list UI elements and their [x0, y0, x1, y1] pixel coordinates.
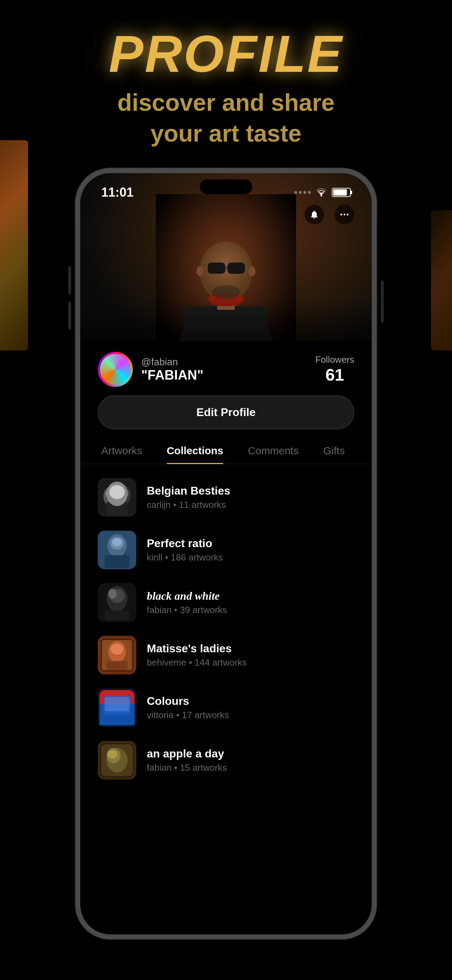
svg-point-0: [321, 195, 322, 197]
page-title: PROFILE: [0, 28, 452, 80]
collection-thumb-4: [98, 636, 136, 675]
list-item[interactable]: an apple a day fabian • 15 artworks: [80, 734, 372, 786]
collection-thumb-6: [98, 741, 136, 780]
collection-thumb-2: [98, 531, 136, 569]
tab-gifts[interactable]: Gifts: [312, 438, 355, 464]
collection-info-3: black and white fabian • 39 artworks: [147, 590, 227, 616]
bell-button[interactable]: [304, 205, 324, 224]
collection-meta-2: kirill • 186 artworks: [147, 552, 223, 563]
more-button[interactable]: [334, 205, 354, 224]
profile-display-name: "FABIAN": [141, 368, 203, 383]
hero-actions: [304, 205, 354, 224]
svg-rect-43: [105, 697, 129, 711]
svg-point-20: [105, 488, 117, 499]
collection-name-1: Belgian Besties: [147, 484, 230, 497]
list-item[interactable]: Matisse's ladies behiveme • 144 artworks: [80, 629, 372, 681]
volume-down-button: [68, 301, 71, 329]
list-item[interactable]: Perfect ratio kirill • 186 artworks: [80, 523, 372, 576]
svg-point-14: [248, 266, 255, 276]
phone-screen: 11:01: [80, 173, 372, 934]
collection-info-4: Matisse's ladies behiveme • 144 artworks: [147, 642, 247, 668]
battery-icon: [332, 188, 351, 197]
svg-point-32: [108, 589, 117, 599]
svg-point-22: [118, 488, 129, 498]
svg-point-17: [347, 214, 349, 216]
collection-meta-3: fabian • 39 artworks: [147, 605, 227, 616]
tab-artworks[interactable]: Artworks: [91, 438, 153, 464]
svg-rect-8: [224, 267, 228, 269]
avatar-inner: [100, 354, 131, 385]
svg-point-21: [115, 485, 131, 506]
avatar: [98, 352, 133, 387]
svg-point-16: [344, 214, 345, 216]
signal-icon: [294, 191, 311, 194]
svg-rect-6: [208, 262, 225, 274]
list-item[interactable]: Belgian Besties carlijn • 11 artworks: [80, 471, 372, 523]
svg-point-13: [197, 266, 204, 276]
svg-point-15: [341, 214, 342, 216]
phone-container: 11:01: [75, 168, 377, 939]
collection-info-2: Perfect ratio kirill • 186 artworks: [147, 537, 223, 563]
phone-frame: 11:01: [75, 168, 377, 939]
edit-profile-button[interactable]: Edit Profile: [98, 395, 354, 430]
collection-info-6: an apple a day fabian • 15 artworks: [147, 747, 227, 773]
collection-meta-6: fabian • 15 artworks: [147, 762, 227, 773]
tab-collections[interactable]: Collections: [156, 438, 234, 464]
svg-point-19: [103, 487, 119, 506]
dynamic-island: [200, 180, 252, 194]
collection-meta-1: carlijn • 11 artworks: [147, 500, 230, 510]
edit-profile-label: Edit Profile: [197, 406, 256, 418]
svg-rect-33: [105, 611, 129, 620]
status-time: 11:01: [101, 185, 134, 200]
side-art-right: [431, 210, 452, 350]
hero-image: [80, 173, 372, 369]
profile-name-area: @fabian "FABIAN": [141, 356, 203, 383]
collection-name-5: Colours: [147, 695, 229, 708]
svg-point-48: [108, 750, 118, 759]
collection-name-3: black and white: [147, 590, 227, 603]
list-item[interactable]: black and white fabian • 39 artworks: [80, 576, 372, 629]
profile-left: @fabian "FABIAN": [98, 352, 203, 387]
collection-info-1: Belgian Besties carlijn • 11 artworks: [147, 484, 230, 510]
svg-rect-28: [105, 555, 129, 568]
svg-rect-18: [98, 478, 136, 517]
top-section: PROFILE discover and shareyour art taste: [0, 28, 452, 149]
status-icons: [294, 188, 351, 197]
profile-info: @fabian "FABIAN" Followers 61: [80, 341, 372, 387]
page-subtitle: discover and shareyour art taste: [0, 87, 452, 149]
collection-thumb-1: [98, 478, 136, 517]
svg-point-12: [212, 285, 240, 299]
collection-name-2: Perfect ratio: [147, 537, 223, 550]
side-art-left: [0, 140, 28, 350]
svg-point-27: [112, 538, 122, 546]
collection-meta-5: vittoria • 17 artworks: [147, 710, 229, 721]
svg-rect-23: [107, 502, 127, 516]
svg-rect-7: [228, 262, 245, 274]
collection-info-5: Colours vittoria • 17 artworks: [147, 695, 229, 721]
wifi-icon: [315, 188, 328, 197]
svg-rect-38: [107, 661, 127, 670]
collection-thumb-3: [98, 583, 136, 622]
power-button: [381, 280, 384, 323]
tab-comments[interactable]: Comments: [237, 438, 309, 464]
collection-name-6: an apple a day: [147, 747, 227, 760]
collection-thumb-5: [98, 688, 136, 727]
followers-label: Followers: [315, 354, 354, 365]
list-item[interactable]: Colours vittoria • 17 artworks: [80, 681, 372, 734]
profile-handle: @fabian: [141, 356, 203, 368]
followers-count: 61: [315, 365, 354, 385]
profile-followers: Followers 61: [315, 354, 354, 385]
collection-meta-4: behiveme • 144 artworks: [147, 657, 247, 668]
collection-name-4: Matisse's ladies: [147, 642, 247, 655]
collections-list: Belgian Besties carlijn • 11 artworks: [80, 464, 372, 794]
volume-up-button: [68, 266, 71, 294]
svg-point-37: [111, 644, 123, 655]
profile-section: @fabian "FABIAN" Followers 61 Edit Profi…: [80, 341, 372, 794]
tabs: Artworks Collections Comments Gifts: [80, 438, 372, 464]
